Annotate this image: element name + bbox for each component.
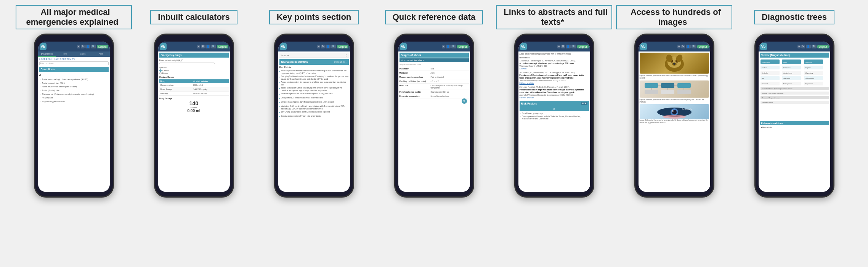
- search-icon-2[interactable]: 🔍: [211, 45, 216, 48]
- app-header-6: Vb ≡ ✎ 👤 🔍 Logout: [639, 42, 710, 51]
- alpha-f[interactable]: F: [48, 58, 49, 60]
- condition-item-2[interactable]: • Acute kidney injury (AKI): [39, 82, 109, 85]
- alpha-b[interactable]: B: [41, 58, 42, 60]
- condition-item-1[interactable]: • Acute haemorrhagic diarrhoea syndrome …: [39, 78, 109, 82]
- condition-item-3[interactable]: • Acute neutrophilic cholangitis (Feline…: [39, 85, 109, 89]
- tree-svg: Localisation Signs Diagnosis Cerebral Fo…: [760, 59, 829, 120]
- alpha-i[interactable]: I: [53, 58, 53, 60]
- search-icon-3[interactable]: 🔍: [331, 45, 336, 48]
- nav-tab-diagnostics[interactable]: Diagnostics: [38, 51, 56, 57]
- alpha-r[interactable]: R: [63, 58, 65, 60]
- expand-section[interactable]: Neonatal resuscitation EXPAND ALL: [279, 59, 349, 65]
- risk-bullets: • Small-breed, young dogs • Over-represe…: [520, 111, 589, 122]
- search-icon-4[interactable]: 🔍: [451, 45, 456, 48]
- search-icon-1[interactable]: 🔍: [91, 45, 96, 48]
- fulltext-link-2[interactable]: Full text available: [520, 82, 589, 85]
- scroll-down-btn[interactable]: ▼: [462, 98, 467, 104]
- menu-icon-5[interactable]: ≡: [557, 45, 560, 48]
- grid-icon-5[interactable]: ⊞: [561, 45, 565, 48]
- alpha-m[interactable]: M: [56, 58, 58, 60]
- relevant-condition-1[interactable]: • Bromethalin: [760, 126, 829, 129]
- alpha-o[interactable]: O: [60, 58, 61, 60]
- alpha-d[interactable]: D: [44, 58, 46, 60]
- weight-field[interactable]: [159, 63, 215, 64]
- search-icon-7[interactable]: 🔍: [812, 45, 817, 48]
- header-icons-5: ≡ ⊞ 👤 🔍 Logout: [528, 45, 589, 48]
- alpha-g[interactable]: G: [49, 58, 51, 60]
- alpha-v[interactable]: V: [70, 58, 71, 60]
- menu-icon-2[interactable]: ≡: [197, 45, 200, 48]
- expand-all-btn[interactable]: EXPAND ALL: [334, 61, 347, 63]
- scroll-area: ▼: [400, 98, 469, 106]
- alpha-u[interactable]: U: [68, 58, 70, 60]
- alpha-h[interactable]: H: [51, 58, 53, 60]
- nav-tab-add[interactable]: Add: [92, 51, 110, 57]
- abstract-link-1[interactable]: Abstract: [520, 68, 589, 70]
- bullet-4: • Tactile stimulation Gentle brisk dryin…: [279, 87, 349, 92]
- nav-tab-calcs[interactable]: Calcs: [74, 51, 92, 57]
- radio-feline[interactable]: Feline: [159, 72, 229, 74]
- logout-btn-6[interactable]: Logout: [697, 45, 708, 48]
- condition-item-6[interactable]: • Anaphylaxis: [39, 96, 109, 100]
- ref-item-2: 20. Sindern, N., Suchodolski, J.S., Leut…: [520, 71, 589, 85]
- person-icon-3[interactable]: 👤: [326, 45, 331, 48]
- fulltext-link-3[interactable]: Full text available: [520, 97, 589, 99]
- abstract-body: Acute onset haemorrhagic diarrhoea with …: [520, 53, 589, 55]
- person-icon-7[interactable]: 👤: [806, 45, 811, 48]
- logout-btn-7[interactable]: Logout: [817, 45, 828, 48]
- risk-arrow[interactable]: ▲: [520, 106, 589, 111]
- logout-btn-4[interactable]: Logout: [457, 45, 468, 48]
- eye-svg: Descemet's: [655, 105, 693, 119]
- condition-item-4[interactable]: • Adder (Snake) bite: [39, 89, 109, 93]
- radio-feline-dot[interactable]: [159, 72, 162, 74]
- logout-btn-3[interactable]: Logout: [337, 45, 348, 48]
- alpha-t[interactable]: T: [67, 58, 68, 60]
- person-icon-2[interactable]: 👤: [205, 45, 210, 48]
- alpha-p[interactable]: P: [62, 58, 63, 60]
- nav-tab-info[interactable]: Info: [56, 51, 74, 57]
- logout-btn-5[interactable]: Logout: [577, 45, 588, 48]
- search-icon-6[interactable]: 🔍: [692, 45, 696, 48]
- svg-text:Metabolic / Toxic causes (see : Metabolic / Toxic causes (see below): [762, 93, 783, 94]
- qref-row-5: Heart rate Cats: bradycardic or tachycar…: [400, 84, 469, 90]
- expand-icon[interactable]: ⋮: [345, 53, 348, 57]
- risk-factors-btn[interactable]: AKA: [581, 102, 587, 105]
- alpha-a[interactable]: A: [39, 58, 40, 60]
- logout-btn-1[interactable]: Logout: [97, 45, 108, 48]
- person-icon-1[interactable]: 👤: [85, 45, 90, 48]
- svg-rect-10: [677, 83, 691, 88]
- app-header-4: Vb ≡ 👤 🔍 Logout: [398, 42, 470, 51]
- menu-icon-1[interactable]: ≡: [77, 45, 80, 48]
- grid-icon-2[interactable]: ⊞: [201, 45, 205, 48]
- radio-canine-dot[interactable]: [159, 69, 162, 72]
- alpha-w[interactable]: W: [72, 58, 74, 60]
- svg-text:NMJ: NMJ: [762, 78, 764, 79]
- alpha-c[interactable]: C: [42, 58, 44, 60]
- feature-column-7: Diagnostic trees Vb ≡ ✎ 👤 🔍 Logout: [736, 4, 852, 198]
- condition-item-5[interactable]: • Alabama rot (Cutaneous renal glomerula…: [39, 93, 109, 97]
- species-group: Species Canine Feline: [159, 66, 229, 74]
- pencil-icon-7[interactable]: ✎: [801, 45, 805, 48]
- person-icon-6[interactable]: 👤: [686, 45, 691, 48]
- filter-input[interactable]: Filter conditions...: [39, 61, 109, 65]
- alpha-n[interactable]: N: [58, 58, 59, 60]
- alpha-l[interactable]: L: [55, 58, 56, 60]
- pencil-icon-1[interactable]: ✎: [81, 45, 85, 48]
- pencil-icon-3[interactable]: ✎: [321, 45, 325, 48]
- person-icon-5[interactable]: 👤: [566, 45, 571, 48]
- menu-icon-7[interactable]: ≡: [797, 45, 801, 48]
- condition-item-7[interactable]: • Angiostrongylus vasorum: [39, 100, 109, 104]
- radio-canine[interactable]: Canine: [159, 69, 229, 72]
- bullet-2: • Swinging Traditional methods of neonat…: [279, 75, 349, 80]
- bullet-text-2: Swinging Traditional methods of neonatal…: [281, 75, 349, 80]
- menu-icon-6[interactable]: ≡: [677, 45, 680, 48]
- menu-icon-4[interactable]: ≡: [442, 45, 445, 48]
- person-icon-4[interactable]: 👤: [446, 45, 451, 48]
- search-icon-5[interactable]: 🔍: [571, 45, 576, 48]
- pencil-icon-6[interactable]: ✎: [681, 45, 685, 48]
- alpha-x[interactable]: X: [74, 58, 75, 60]
- menu-icon-3[interactable]: ≡: [317, 45, 320, 48]
- alpha-s[interactable]: S: [65, 58, 66, 60]
- alpha-e[interactable]: E: [46, 58, 47, 60]
- logout-btn-2[interactable]: Logout: [217, 45, 228, 48]
